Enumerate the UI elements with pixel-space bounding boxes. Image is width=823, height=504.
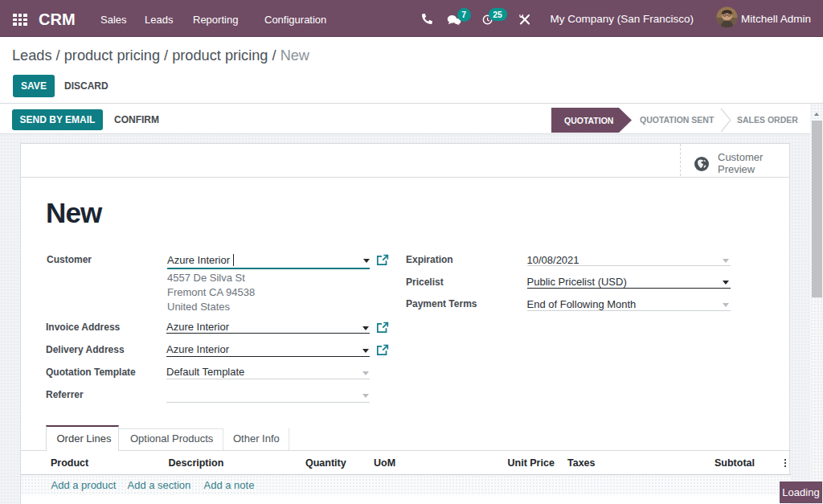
- svg-text:QUOTATION: QUOTATION: [564, 116, 613, 125]
